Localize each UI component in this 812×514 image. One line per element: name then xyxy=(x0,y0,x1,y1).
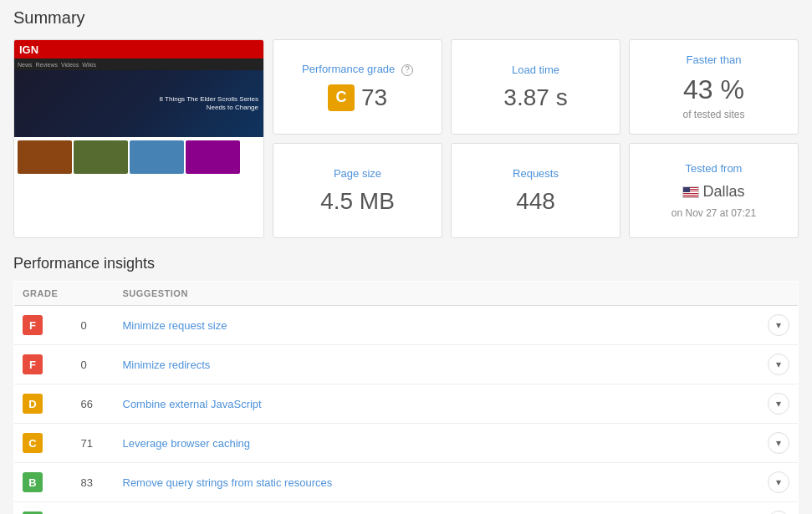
expand-button[interactable]: ▾ xyxy=(768,393,789,415)
ign-content: 8 Things The Elder Scrolls Series Needs … xyxy=(14,70,263,237)
tested-from-date: on Nov 27 at 07:21 xyxy=(672,207,756,219)
grade-number: 73 xyxy=(361,84,387,111)
suggestion-link[interactable]: Leverage browser caching xyxy=(123,437,250,450)
summary-title: Summary xyxy=(13,8,799,28)
insights-row: C 71 Leverage browser caching ▾ xyxy=(14,424,799,463)
insights-row: F 0 Minimize request size ▾ xyxy=(14,306,799,345)
faster-than-value: 43 % xyxy=(683,74,744,105)
ign-nav-item: News xyxy=(18,62,33,68)
grade-badge-c: C xyxy=(328,84,355,111)
ign-logo: IGN xyxy=(19,43,38,56)
stats-grid: Performance grade ? C 73 Load time 3.87 … xyxy=(273,39,799,238)
row-expand-cell: ▾ xyxy=(757,463,799,502)
faster-than-card: Faster than 43 % of tested sites xyxy=(629,39,799,135)
row-suggestion[interactable]: Combine external JavaScript xyxy=(115,384,757,424)
row-suggestion[interactable]: Specify a Vary: Accept-Encoding header xyxy=(115,502,757,515)
screenshot-inner: IGN News Reviews Videos Wikis 8 Things T… xyxy=(14,40,263,237)
insights-section: Performance insights GRADE SUGGESTION F … xyxy=(13,255,799,514)
row-score: 0 xyxy=(73,345,115,384)
suggestion-link[interactable]: Combine external JavaScript xyxy=(123,398,262,410)
insights-row: F 0 Minimize redirects ▾ xyxy=(14,345,799,384)
insights-header-row: GRADE SUGGESTION xyxy=(14,282,799,306)
row-grade-badge: F xyxy=(23,354,43,374)
row-grade-cell: C xyxy=(14,424,73,463)
faster-than-label: Faster than xyxy=(687,53,742,66)
col-suggestion: SUGGESTION xyxy=(115,282,757,306)
expand-button[interactable]: ▾ xyxy=(768,471,789,493)
ign-nav-item: Reviews xyxy=(36,62,58,68)
tested-from-city: Dallas xyxy=(702,183,744,201)
load-time-value: 3.87 s xyxy=(503,84,567,111)
row-score: 87 xyxy=(73,502,115,515)
row-expand-cell: ▾ xyxy=(757,306,799,345)
requests-card: Requests 448 xyxy=(451,143,620,238)
row-grade-cell: F xyxy=(14,345,73,384)
page-size-card: Page size 4.5 MB xyxy=(273,143,442,238)
row-grade-badge: B xyxy=(23,472,43,492)
page-size-label: Page size xyxy=(334,167,381,180)
performance-grade-label: Performance grade ? xyxy=(302,63,413,76)
row-grade-cell: F xyxy=(14,306,73,345)
ign-thumb xyxy=(74,140,128,174)
expand-button[interactable]: ▾ xyxy=(768,432,789,454)
row-grade-badge: C xyxy=(23,433,43,453)
row-grade-cell: B xyxy=(14,502,73,515)
grade-value-row: C 73 xyxy=(328,84,387,111)
insights-row: D 66 Combine external JavaScript ▾ xyxy=(14,384,799,424)
load-time-card: Load time 3.87 s xyxy=(451,39,620,135)
col-score xyxy=(73,282,115,306)
row-suggestion[interactable]: Minimize redirects xyxy=(115,345,757,384)
col-expand xyxy=(757,282,799,306)
suggestion-link[interactable]: Minimize request size xyxy=(123,319,227,332)
ign-top-bar: IGN xyxy=(14,40,263,59)
insights-title: Performance insights xyxy=(13,255,799,272)
ign-thumb xyxy=(130,140,184,174)
main-page: Summary IGN News Reviews Videos Wikis 8 … xyxy=(0,0,812,514)
summary-area: IGN News Reviews Videos Wikis 8 Things T… xyxy=(13,39,799,238)
row-grade-cell: B xyxy=(14,463,73,502)
row-suggestion[interactable]: Remove query strings from static resourc… xyxy=(115,463,757,502)
ign-nav: News Reviews Videos Wikis xyxy=(14,59,263,70)
tested-from-card: Tested from Dallas on Nov 27 at 07:21 xyxy=(629,143,799,238)
row-suggestion[interactable]: Minimize request size xyxy=(115,306,757,345)
col-grade: GRADE xyxy=(14,282,73,306)
expand-button[interactable]: ▾ xyxy=(768,354,789,375)
row-score: 71 xyxy=(73,424,115,463)
row-score: 66 xyxy=(73,384,115,424)
load-time-label: Load time xyxy=(512,64,559,76)
suggestion-link[interactable]: Remove query strings from static resourc… xyxy=(123,476,333,489)
row-score: 0 xyxy=(73,306,115,345)
ign-nav-item: Videos xyxy=(61,62,79,68)
row-suggestion[interactable]: Leverage browser caching xyxy=(115,424,757,463)
suggestion-link[interactable]: Minimize redirects xyxy=(123,359,211,371)
row-grade-badge: F xyxy=(23,315,43,335)
row-expand-cell: ▾ xyxy=(757,345,799,384)
ign-thumb xyxy=(186,140,240,174)
insights-row: B 87 Specify a Vary: Accept-Encoding hea… xyxy=(14,502,799,515)
ign-thumb xyxy=(18,140,72,174)
tested-from-label: Tested from xyxy=(686,162,743,175)
row-grade-cell: D xyxy=(14,384,73,424)
faster-than-sub: of tested sites xyxy=(682,109,744,120)
row-grade-badge: D xyxy=(23,394,43,414)
row-expand-cell: ▾ xyxy=(757,502,799,515)
row-expand-cell: ▾ xyxy=(757,384,799,424)
us-flag-icon xyxy=(682,186,699,198)
ign-grid xyxy=(14,137,263,177)
insights-row: B 83 Remove query strings from static re… xyxy=(14,463,799,502)
row-expand-cell: ▾ xyxy=(757,424,799,463)
ign-hero-text: 8 Things The Elder Scrolls Series Needs … xyxy=(158,95,258,113)
performance-grade-card: Performance grade ? C 73 xyxy=(273,39,442,135)
requests-label: Requests xyxy=(513,167,559,180)
requests-value: 448 xyxy=(516,188,555,215)
row-score: 83 xyxy=(73,463,115,502)
ign-nav-item: Wikis xyxy=(82,62,96,68)
help-icon[interactable]: ? xyxy=(401,64,413,76)
expand-button[interactable]: ▾ xyxy=(768,314,789,336)
insights-table: GRADE SUGGESTION F 0 Minimize request si… xyxy=(13,281,799,514)
ign-hero-dark: 8 Things The Elder Scrolls Series Needs … xyxy=(14,70,263,137)
page-size-value: 4.5 MB xyxy=(320,188,395,215)
site-screenshot-card: IGN News Reviews Videos Wikis 8 Things T… xyxy=(13,39,264,238)
expand-button[interactable]: ▾ xyxy=(768,511,789,514)
ign-hero: 8 Things The Elder Scrolls Series Needs … xyxy=(14,70,263,137)
